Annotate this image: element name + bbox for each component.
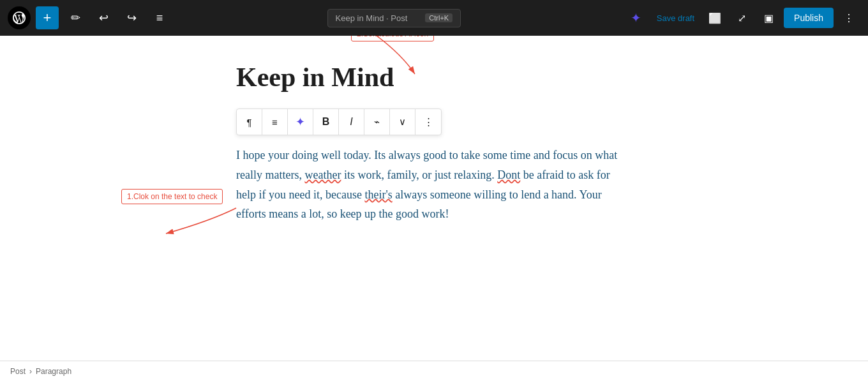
settings-button[interactable]: ▣	[757, 6, 780, 29]
save-draft-button[interactable]: Save draft	[652, 10, 700, 27]
preview-button[interactable]: ⬜	[703, 6, 726, 29]
squiggly-weather: weather	[304, 168, 341, 181]
more-options-format-button[interactable]: ⋮	[415, 109, 441, 135]
list-view-button[interactable]: ≡	[148, 6, 171, 29]
publish-button[interactable]: Publish	[784, 8, 834, 28]
command-search-bar[interactable]: Keep in Mind · Post Ctrl+K	[327, 9, 461, 27]
star-icon: ✦	[631, 10, 641, 26]
ai-button[interactable]: ✦	[288, 109, 313, 135]
status-post[interactable]: Post	[10, 367, 26, 376]
fullscreen-button[interactable]: ⤢	[730, 6, 753, 29]
italic-button[interactable]: I	[339, 109, 364, 135]
status-chevron: ›	[29, 367, 32, 376]
add-block-button[interactable]: +	[36, 6, 59, 29]
search-label: Keep in Mind · Post	[336, 13, 408, 23]
search-shortcut: Ctrl+K	[425, 13, 453, 22]
edit-button[interactable]: ✏	[64, 6, 87, 29]
squiggly-dont: Dont	[497, 168, 520, 181]
redo-button[interactable]: ↪	[120, 6, 143, 29]
post-title[interactable]: Keep in Mind	[236, 61, 632, 93]
post-container: 1.Clok on the text to check 2.Softaculou…	[236, 61, 632, 224]
main-toolbar: + ✏ ↩ ↪ ≡ Keep in Mind · Post Ctrl+K ✦ S…	[0, 0, 868, 36]
ai-star-button[interactable]: ✦	[625, 6, 648, 29]
more-options-button[interactable]: ⋮	[837, 6, 860, 29]
toolbar-right-group: ✦ Save draft ⬜ ⤢ ▣ Publish ⋮	[625, 6, 860, 29]
annotation-2-box: 2.Softaculous AI icon	[351, 36, 434, 41]
align-button[interactable]: ≡	[262, 109, 288, 135]
bold-button[interactable]: B	[313, 109, 339, 135]
link-button[interactable]: ⌁	[364, 109, 390, 135]
annotation-1-box: 1.Clok on the text to check	[121, 189, 223, 204]
paragraph-button[interactable]: ¶	[237, 109, 262, 135]
wordpress-logo[interactable]	[8, 6, 31, 29]
squiggly-theirs: their's	[364, 188, 392, 201]
editor-content: 1.Clok on the text to check 2.Softaculou…	[0, 36, 868, 361]
status-paragraph[interactable]: Paragraph	[36, 367, 71, 376]
undo-button[interactable]: ↩	[92, 6, 115, 29]
format-toolbar: ¶ ≡ ✦ B I ⌁ ∨ ⋮	[236, 108, 442, 135]
status-bar: Post › Paragraph	[0, 361, 868, 381]
more-formats-button[interactable]: ∨	[390, 109, 415, 135]
post-body[interactable]: I hope your doing well today. Its always…	[236, 146, 632, 223]
editor-main: 1.Clok on the text to check 2.Softaculou…	[0, 36, 868, 361]
